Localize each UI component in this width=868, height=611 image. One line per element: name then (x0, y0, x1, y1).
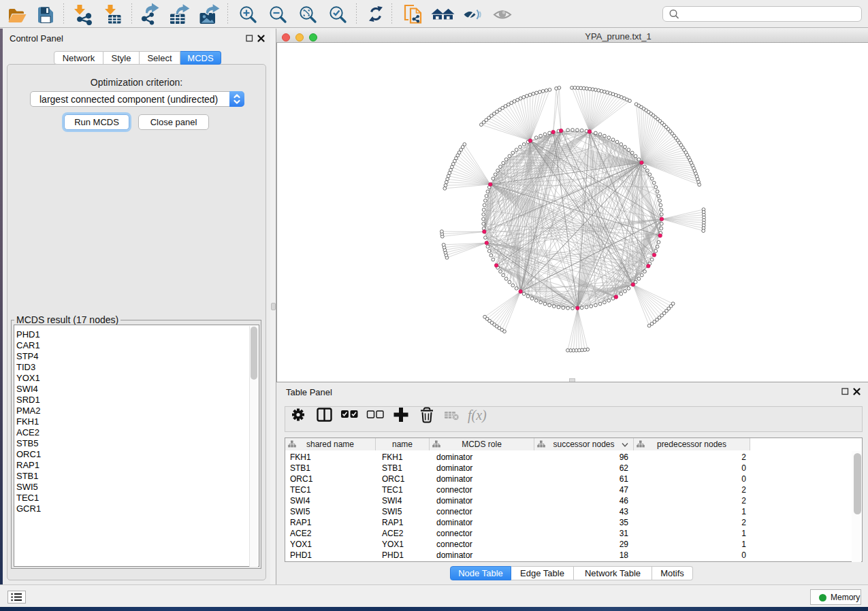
svg-text:f(x): f(x) (468, 408, 487, 423)
